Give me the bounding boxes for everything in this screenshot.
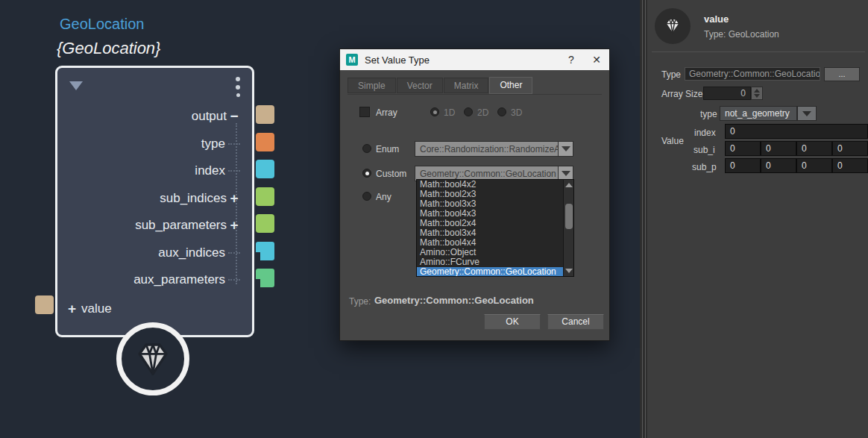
- add-port-icon[interactable]: +: [227, 190, 242, 207]
- list-item[interactable]: Math::bool4x4: [417, 238, 573, 248]
- selected-type-label: Type:: [349, 296, 371, 307]
- port-swatch-index[interactable]: [256, 160, 274, 178]
- port-label: aux_parameters: [133, 272, 225, 287]
- geometry-type-label: type: [700, 109, 717, 119]
- custom-type-list: Math::bool4x2 Math::bool2x3 Math::bool3x…: [416, 179, 574, 277]
- type-category-tabs: Simple Vector Matrix Other: [347, 78, 533, 93]
- help-button[interactable]: ?: [559, 49, 584, 70]
- port-swatch-value[interactable]: [35, 295, 54, 314]
- remove-port-icon[interactable]: −: [227, 107, 242, 125]
- port-row-aux-parameters[interactable]: aux_parameters: [133, 270, 242, 290]
- port-label: aux_indices: [158, 245, 225, 260]
- geometry-type-dropdown[interactable]: not_a_geometry: [720, 106, 797, 121]
- sub-indices-label: sub_i: [694, 145, 715, 155]
- list-item[interactable]: Amino::FCurve: [417, 257, 573, 267]
- node-subtitle: {GeoLocation}: [57, 39, 160, 58]
- port-row-type[interactable]: type: [201, 134, 242, 154]
- ok-button[interactable]: OK: [484, 314, 541, 330]
- radio-enum[interactable]: [362, 144, 371, 153]
- diamond-icon: [662, 16, 683, 37]
- array-checkbox-label: Array: [376, 107, 397, 118]
- port-label: index: [195, 163, 225, 178]
- list-scrollbar[interactable]: [563, 180, 573, 276]
- port-swatch-output[interactable]: [256, 105, 274, 124]
- maya-app-icon: M: [346, 54, 358, 66]
- port-row-value[interactable]: + value: [68, 301, 112, 317]
- type-field[interactable]: Geometry::Common::GeoLocation: [685, 67, 820, 81]
- list-item-selected[interactable]: Geometry::Common::GeoLocation: [417, 267, 573, 277]
- radio-custom[interactable]: [362, 169, 371, 178]
- list-item[interactable]: Math::bool3x3: [417, 199, 573, 209]
- dialog-title: Set Value Type: [365, 54, 430, 66]
- add-port-icon[interactable]: +: [227, 216, 242, 234]
- sub-indices-input-1[interactable]: 0: [761, 141, 796, 156]
- scrollbar-thumb[interactable]: [565, 204, 573, 229]
- array-size-stepper[interactable]: [751, 87, 763, 100]
- tab-matrix[interactable]: Matrix: [444, 78, 489, 93]
- radio-any[interactable]: [362, 192, 371, 201]
- close-icon[interactable]: ✕: [584, 49, 609, 70]
- parameter-editor-panel: value Type: GeoLocation Type Geometry::C…: [647, 0, 868, 438]
- set-value-type-dialog: M Set Value Type ? ✕ Simple Vector Matri…: [339, 49, 610, 341]
- dotted-trail: [228, 279, 240, 281]
- port-swatch-type[interactable]: [256, 133, 274, 151]
- radio-1d[interactable]: [430, 107, 439, 116]
- dropdown-arrow-icon[interactable]: [797, 106, 817, 121]
- dropdown-arrow-icon[interactable]: [558, 141, 573, 157]
- list-item[interactable]: Math::bool3x4: [417, 228, 573, 238]
- sub-indices-input-3[interactable]: 0: [832, 141, 868, 156]
- dotted-trail: [228, 143, 240, 145]
- tab-baseline: [347, 94, 602, 95]
- sub-parameters-label: sub_p: [692, 162, 717, 172]
- add-port-icon[interactable]: +: [68, 301, 76, 317]
- collapse-arrow-icon[interactable]: [69, 81, 83, 90]
- radio-any-label: Any: [376, 192, 391, 202]
- index-input[interactable]: 0: [725, 124, 868, 139]
- panel-title: value: [704, 13, 729, 25]
- radio-3d-label: 3D: [511, 107, 522, 118]
- port-row-output[interactable]: output −: [192, 107, 242, 126]
- radio-2d[interactable]: [464, 107, 473, 116]
- radio-3d[interactable]: [497, 107, 506, 116]
- port-row-sub-parameters[interactable]: sub_parameters +: [135, 216, 242, 235]
- sub-indices-input-2[interactable]: 0: [796, 141, 832, 156]
- tab-vector[interactable]: Vector: [397, 78, 443, 93]
- sub-parameters-input-1[interactable]: 0: [761, 158, 796, 173]
- port-swatch-sub-parameters[interactable]: [256, 214, 274, 233]
- kebab-menu-icon[interactable]: [236, 77, 240, 97]
- geolocation-node[interactable]: output − type index sub_indices + sub_pa…: [55, 66, 254, 337]
- spin-down-icon: [754, 94, 760, 98]
- dialog-titlebar[interactable]: M Set Value Type ? ✕: [340, 49, 609, 70]
- array-checkbox[interactable]: [359, 107, 370, 117]
- port-swatch-sub-indices[interactable]: [256, 187, 274, 206]
- sub-parameters-input-2[interactable]: 0: [796, 158, 832, 173]
- enum-type-combo[interactable]: Core::Randomization::RandomizeAxi: [415, 141, 559, 157]
- panel-splitter[interactable]: [640, 0, 647, 438]
- diamond-icon: [132, 338, 174, 380]
- list-item[interactable]: Math::bool4x3: [417, 209, 573, 219]
- list-item[interactable]: Amino::Object: [417, 248, 573, 257]
- port-swatch-aux-parameters[interactable]: [256, 269, 274, 287]
- port-row-index[interactable]: index: [195, 161, 242, 181]
- port-swatch-aux-indices[interactable]: [256, 242, 274, 260]
- sub-indices-input-0[interactable]: 0: [725, 141, 761, 156]
- sub-parameters-input-3[interactable]: 0: [832, 158, 868, 173]
- tab-other[interactable]: Other: [489, 77, 532, 94]
- list-item[interactable]: Math::bool4x2: [417, 180, 573, 190]
- cancel-button[interactable]: Cancel: [547, 314, 604, 330]
- port-row-sub-indices[interactable]: sub_indices +: [160, 189, 242, 208]
- scroll-down-icon[interactable]: [564, 266, 573, 275]
- scroll-up-icon[interactable]: [564, 181, 573, 190]
- browse-type-button[interactable]: ...: [824, 67, 860, 81]
- list-item[interactable]: Math::bool2x3: [417, 190, 573, 199]
- node-icon-badge: [116, 322, 189, 395]
- array-size-input[interactable]: 0: [703, 87, 751, 100]
- node-type-avatar: [655, 8, 691, 44]
- port-row-aux-indices[interactable]: aux_indices: [158, 243, 242, 263]
- tab-simple[interactable]: Simple: [347, 78, 396, 93]
- sub-parameters-input-0[interactable]: 0: [725, 158, 761, 173]
- list-item[interactable]: Math::bool2x4: [417, 219, 573, 228]
- port-label: sub_indices: [160, 191, 227, 206]
- index-label: index: [694, 128, 716, 138]
- port-label: value: [81, 301, 112, 316]
